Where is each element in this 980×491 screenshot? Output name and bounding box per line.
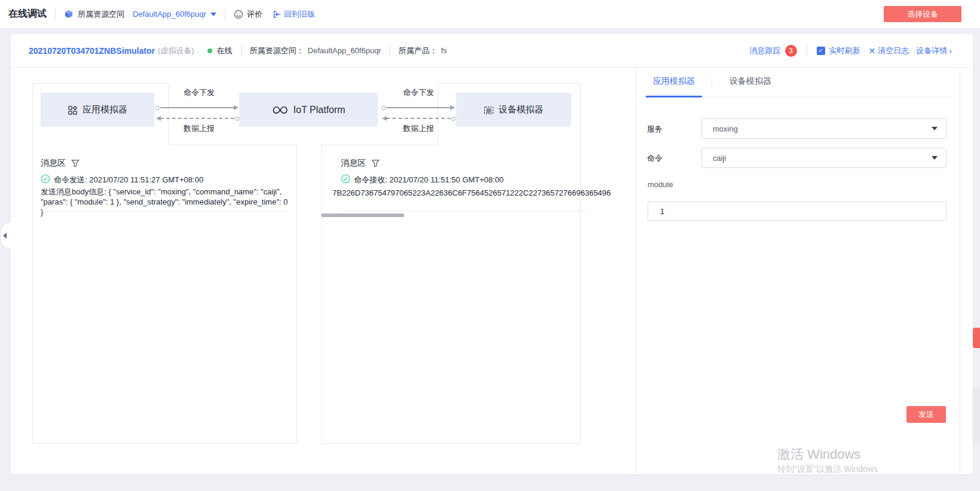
device-simulator-list-icon bbox=[484, 105, 493, 115]
data-up-arrow-right bbox=[386, 118, 451, 119]
select-device-button[interactable]: 选择设备 bbox=[884, 6, 961, 22]
header-actions: 消息跟踪 3 ✓ 实时刷新 ✕ 清空日志 设备详情 › bbox=[750, 45, 952, 57]
command-select[interactable]: caiji bbox=[701, 148, 947, 168]
cmd-down-label-right: 命令下发 bbox=[383, 87, 454, 98]
divider bbox=[389, 45, 390, 56]
resource-space-label: 所属资源空间 bbox=[78, 9, 124, 20]
device-message-area-title: 消息区 bbox=[341, 158, 380, 169]
device-name: 20210720T034701ZNBSimulator bbox=[29, 46, 155, 56]
realtime-refresh-label[interactable]: 实时刷新 bbox=[829, 45, 860, 56]
success-icon bbox=[41, 174, 50, 184]
cmd-down-label-left: 命令下发 bbox=[166, 87, 232, 98]
device-simulator-box: 设备模拟器 bbox=[456, 93, 571, 127]
online-dot bbox=[207, 48, 212, 53]
windows-activation-watermark-sub: 转到“设置”以激活 Windows bbox=[777, 464, 878, 475]
trace-count-badge: 3 bbox=[785, 45, 797, 57]
command-label: 命令 bbox=[647, 153, 663, 164]
chevron-down-icon bbox=[932, 127, 938, 130]
horizontal-scrollbar-thumb[interactable] bbox=[321, 214, 404, 217]
resource-space-label: 所属资源空间： bbox=[250, 45, 304, 56]
edge-feedback-tab[interactable] bbox=[973, 328, 980, 348]
online-debug-page: 在线调试 所属资源空间 DefaultApp_60f6puqr 评价 回到旧版 … bbox=[0, 0, 980, 491]
vertical-scrollbar-thumb[interactable] bbox=[972, 389, 980, 443]
app-message-body: 发送消息body信息: { "service_id": "moxing", "c… bbox=[41, 187, 291, 217]
filter-icon[interactable] bbox=[71, 159, 80, 167]
online-status: 在线 bbox=[217, 45, 233, 56]
cmd-down-arrow-right bbox=[386, 107, 451, 108]
device-message-body: 7B226D736754797065223A22636C6F7564526571… bbox=[332, 188, 611, 197]
chevron-down-icon bbox=[932, 156, 938, 160]
smiley-icon bbox=[234, 10, 243, 19]
divider bbox=[55, 9, 56, 20]
realtime-refresh-checkbox[interactable]: ✓ bbox=[817, 47, 825, 55]
return-icon bbox=[272, 10, 282, 19]
app-simulator-grid-icon bbox=[68, 105, 77, 115]
divider bbox=[225, 9, 225, 20]
device-simulator-box-label: 设备模拟器 bbox=[499, 104, 544, 115]
message-area-label: 消息区 bbox=[41, 158, 66, 169]
send-button[interactable]: 发送 bbox=[906, 406, 946, 423]
filter-icon[interactable] bbox=[371, 159, 380, 167]
resource-space-value: DefaultApp_60f6puqr bbox=[133, 10, 206, 19]
topbar: 在线调试 所属资源空间 DefaultApp_60f6puqr 评价 回到旧版 … bbox=[0, 0, 980, 29]
iot-platform-infinity-icon bbox=[272, 105, 288, 115]
device-header: 20210720T034701ZNBSimulator (虚拟设备) 在线 所属… bbox=[11, 34, 973, 68]
product-value: fs bbox=[441, 46, 447, 55]
product-label: 所属产品： bbox=[398, 45, 437, 56]
app-message-area-title: 消息区 bbox=[41, 158, 80, 169]
iot-platform-box-label: IoT Platform bbox=[294, 105, 346, 115]
service-label: 服务 bbox=[647, 124, 663, 135]
collapse-arrow-icon bbox=[3, 233, 7, 239]
caret-down-icon bbox=[210, 13, 216, 16]
chevron-right-icon[interactable]: › bbox=[949, 46, 952, 56]
back-to-old-link[interactable]: 回到旧版 bbox=[284, 9, 315, 20]
data-up-arrow-left bbox=[160, 118, 234, 119]
windows-activation-watermark: 激活 Windows bbox=[777, 446, 860, 463]
module-param-input[interactable] bbox=[648, 202, 947, 221]
active-tab-underline bbox=[646, 96, 702, 97]
success-icon bbox=[341, 174, 350, 184]
close-icon[interactable]: ✕ bbox=[869, 46, 876, 56]
sidebar-collapse-handle[interactable] bbox=[0, 222, 11, 249]
section-divider bbox=[636, 68, 636, 474]
app-message-title: 命令发送: 2021/07/20 11:51:27 GMT+08:00 bbox=[54, 175, 203, 185]
module-param-label: module bbox=[648, 180, 673, 189]
iot-platform-box: IoT Platform bbox=[239, 93, 378, 127]
device-detail-link[interactable]: 设备详情 bbox=[916, 45, 947, 56]
tab-app-simulator[interactable]: 应用模拟器 bbox=[646, 76, 702, 87]
app-simulator-box-label: 应用模拟器 bbox=[83, 104, 127, 115]
resource-space-value: DefaultApp_60f6puqr bbox=[308, 46, 381, 55]
divider bbox=[241, 45, 242, 56]
app-simulator-box: 应用模拟器 bbox=[41, 93, 154, 127]
cmd-down-arrow-left bbox=[160, 107, 234, 108]
data-up-label-right: 数据上报 bbox=[383, 123, 454, 134]
resource-space-select[interactable]: DefaultApp_60f6puqr bbox=[133, 10, 216, 19]
message-area-label: 消息区 bbox=[341, 158, 366, 169]
tab-separator bbox=[712, 78, 712, 88]
message-divider bbox=[41, 211, 288, 211]
device-type: (虚拟设备) bbox=[158, 45, 194, 56]
service-select-value: moxing bbox=[713, 124, 738, 133]
data-up-label-left: 数据上报 bbox=[166, 123, 232, 134]
device-message-title: 命令接收: 2021/07/20 11:51:50 GMT+08:00 bbox=[354, 175, 503, 185]
command-select-value: caiji bbox=[713, 154, 726, 163]
resource-space-cube-icon bbox=[64, 10, 74, 19]
clear-log-link[interactable]: 清空日志 bbox=[878, 45, 909, 56]
feedback-link[interactable]: 评价 bbox=[247, 9, 262, 20]
service-select[interactable]: moxing bbox=[701, 118, 947, 139]
divider bbox=[807, 45, 807, 56]
tab-device-simulator[interactable]: 设备模拟器 bbox=[721, 76, 780, 87]
message-divider bbox=[341, 211, 589, 211]
message-trace-link[interactable]: 消息跟踪 bbox=[750, 45, 781, 56]
section-divider bbox=[960, 68, 960, 474]
page-title: 在线调试 bbox=[8, 8, 47, 20]
